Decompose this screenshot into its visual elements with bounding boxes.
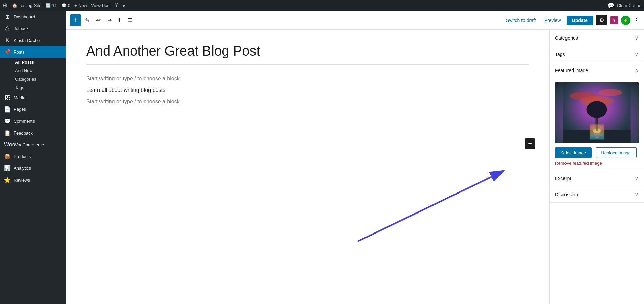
sidebar-reviews-label: Reviews (14, 178, 30, 183)
home-icon: 🏠 (12, 3, 17, 8)
sidebar-item-media[interactable]: 🖼 Media (0, 92, 66, 103)
sidebar-posts-submenu: All Posts Add New Categories Tags (0, 58, 66, 92)
comments-link[interactable]: 💬 0 (61, 3, 70, 8)
svg-line-1 (358, 171, 504, 241)
sidebar-media-label: Media (14, 95, 25, 100)
categories-header[interactable]: Categories ∨ (550, 30, 644, 46)
right-panel: Categories ∨ Tags ∨ Featured image ∧ (549, 30, 644, 304)
sidebar-sub-categories[interactable]: Categories (12, 75, 66, 83)
green-plugin-icon[interactable]: ⚡ (621, 16, 630, 25)
new-post-link[interactable]: + New (74, 3, 87, 8)
gear-icon: ⚙ (599, 17, 604, 23)
settings-button[interactable]: ⚙ (596, 15, 607, 25)
redo-icon: ↪ (107, 17, 112, 23)
wp-logo-icon[interactable]: ⊕ (3, 2, 8, 9)
svg-point-4 (599, 89, 622, 96)
remove-featured-image-button[interactable]: Remove featured image (555, 161, 602, 166)
switch-to-draft-label: Switch to draft (506, 18, 536, 23)
excerpt-chevron: ∨ (635, 175, 639, 181)
tags-header[interactable]: Tags ∨ (550, 46, 644, 62)
yoast-icon[interactable]: Y (115, 2, 118, 8)
sidebar-item-analytics[interactable]: 📊 Analytics (0, 162, 66, 174)
reviews-icon: ⭐ (4, 177, 11, 183)
sidebar-jetpack-label: Jetpack (14, 26, 29, 31)
block-content-1[interactable]: Learn all about writing blog posts. (86, 84, 529, 96)
view-post-link[interactable]: View Post (91, 3, 111, 8)
kinsta-icon: K (4, 37, 11, 43)
site-name-link[interactable]: 🏠 Testing Site (12, 3, 41, 8)
more-options-icon: ⋮ (633, 17, 640, 24)
list-view-button[interactable]: ☰ (125, 15, 135, 25)
insert-block-button[interactable]: + (525, 138, 535, 149)
undo-button[interactable]: ↩ (93, 15, 103, 25)
sidebar-sub-add-new[interactable]: Add New (12, 66, 66, 75)
info-button[interactable]: ℹ (116, 15, 123, 25)
more-options-button[interactable]: ⋮ (633, 16, 640, 24)
jetpack-icon: ♺ (4, 25, 11, 32)
featured-image-content: Select Image Replace Image Remove featur… (550, 78, 644, 170)
products-icon: 📦 (4, 153, 11, 160)
switch-to-draft-button[interactable]: Switch to draft (503, 16, 539, 24)
sidebar-posts-label: Posts (14, 49, 25, 55)
chat-icon[interactable]: 💬 (607, 2, 614, 9)
discussion-title: Discussion (555, 192, 578, 197)
sidebar-feedback-label: Feedback (14, 130, 33, 136)
excerpt-header[interactable]: Excerpt ∨ (550, 170, 644, 186)
list-icon: ☰ (127, 17, 132, 23)
featured-image-section: Featured image ∧ (550, 62, 644, 170)
edit-mode-button[interactable]: ✎ (82, 15, 92, 25)
replace-image-label: Replace Image (601, 150, 631, 155)
clear-cache-label: Clear Cache (617, 3, 641, 8)
featured-image-title: Featured image (555, 68, 588, 73)
sidebar-item-posts[interactable]: 📌 Posts (0, 46, 66, 58)
woocommerce-icon: Woo (4, 142, 11, 148)
yoast-plugin-icon[interactable]: Y (610, 16, 618, 24)
sidebar-pages-label: Pages (14, 107, 26, 112)
featured-image-header[interactable]: Featured image ∧ (550, 62, 644, 78)
site-name: Testing Site (19, 3, 41, 8)
sidebar-item-products[interactable]: 📦 Products (0, 150, 66, 162)
sidebar-item-kinsta[interactable]: K Kinsta Cache (0, 35, 66, 46)
preview-button[interactable]: Preview (541, 16, 564, 24)
svg-point-11 (596, 125, 598, 128)
post-title[interactable]: And Another Great Blog Post (86, 43, 529, 65)
undo-icon: ↩ (96, 17, 101, 23)
featured-image-svg (555, 82, 639, 143)
sidebar-item-feedback[interactable]: 📋 Feedback (0, 127, 66, 139)
sidebar-item-jetpack[interactable]: ♺ Jetpack (0, 23, 66, 35)
update-button[interactable]: Update (567, 16, 593, 25)
discussion-header[interactable]: Discussion ∨ (550, 186, 644, 202)
tags-section: Tags ∨ (550, 46, 644, 62)
sidebar-item-comments[interactable]: 💬 Comments (0, 115, 66, 127)
updates-link[interactable]: 🔄 11 (45, 3, 57, 8)
sidebar-item-reviews[interactable]: ⭐ Reviews (0, 174, 66, 186)
sidebar-dashboard-label: Dashboard (14, 14, 35, 19)
featured-image (555, 82, 639, 143)
admin-bar: ⊕ 🏠 Testing Site 🔄 11 💬 0 + New View Pos… (0, 0, 644, 11)
select-image-button[interactable]: Select Image (555, 147, 592, 158)
svg-rect-6 (563, 130, 631, 143)
sidebar-item-dashboard[interactable]: ⊞ Dashboard (0, 11, 66, 23)
featured-image-actions: Select Image Replace Image Remove featur… (555, 147, 639, 166)
update-label: Update (572, 18, 588, 23)
block-placeholder-1[interactable]: Start writing or type / to choose a bloc… (86, 73, 529, 84)
new-label: + New (74, 3, 87, 8)
sidebar-item-woocommerce[interactable]: Woo WooCommerce (0, 139, 66, 150)
sidebar-item-pages[interactable]: 📄 Pages (0, 103, 66, 115)
updates-count: 11 (52, 3, 57, 8)
editor-writing-area[interactable]: And Another Great Blog Post Start writin… (66, 30, 549, 304)
editor-container: + ✎ ↩ ↪ ℹ ☰ Switch to draft Preview (66, 11, 644, 304)
redo-button[interactable]: ↪ (105, 15, 114, 25)
replace-image-button[interactable]: Replace Image (596, 147, 637, 158)
block-placeholder-2[interactable]: Start writing or type / to choose a bloc… (86, 96, 529, 107)
add-new-label: Add New (15, 68, 33, 73)
media-icon: 🖼 (4, 95, 11, 101)
svg-point-8 (587, 101, 607, 118)
add-block-button[interactable]: + (70, 14, 81, 26)
dashboard-icon: ⊞ (4, 14, 11, 20)
featured-image-wrapper (555, 82, 639, 143)
clear-cache-link[interactable]: Clear Cache (617, 3, 641, 8)
sidebar-sub-tags[interactable]: Tags (12, 83, 66, 92)
sidebar-sub-all-posts[interactable]: All Posts (12, 58, 66, 66)
view-post-label: View Post (91, 3, 111, 8)
